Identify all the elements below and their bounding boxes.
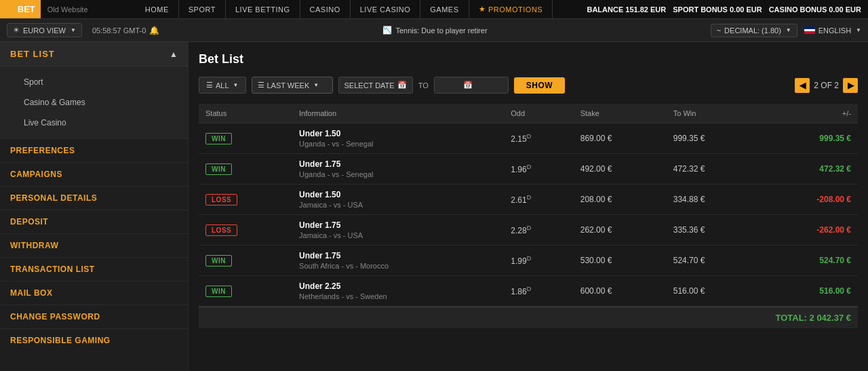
logo-text: 10: [5, 3, 18, 16]
bet-match: Jamaica - vs - USA: [299, 231, 497, 239]
sidebar-item-personal-details[interactable]: PERSONAL DETAILS: [0, 186, 188, 210]
old-website-link[interactable]: Old Website: [47, 5, 88, 14]
page-info: 2 OF 2: [814, 81, 839, 90]
bet-match: Uganda - vs - Senegal: [299, 170, 497, 178]
start-date-input[interactable]: SELECT DATE 📅: [338, 77, 413, 94]
plus-minus-value: 524.70 €: [819, 256, 851, 265]
status-cell: LOSS: [199, 215, 292, 246]
sidebar-item-casino-games[interactable]: Casino & Games: [10, 92, 178, 113]
nav-casino[interactable]: CASINO: [300, 0, 351, 19]
bet-name: Under 1.75: [299, 251, 497, 260]
top-right-bar: BALANCE 151.82 EUR SPORT BONUS 0.00 EUR …: [587, 5, 868, 14]
second-navigation: ☀ EURO VIEW ▼ 05:58:57 GMT-0 🔔 📉 Tennis:…: [0, 19, 868, 42]
status-badge: WIN: [205, 133, 232, 144]
odd-sup: D: [527, 163, 532, 170]
sidebar-item-live-casino[interactable]: Live Casino: [10, 113, 178, 133]
bet-name: Under 1.75: [299, 220, 497, 230]
nav-live-casino[interactable]: LIVE CASINO: [351, 0, 421, 19]
decimal-selector[interactable]: ~ DECIMAL: (1.80) ▼: [711, 24, 797, 37]
odd-cell: 1.99D: [504, 246, 573, 276]
stake-value: 208.00 €: [580, 195, 612, 204]
filter-bar: ☰ ALL ▼ ☰ LAST WEEK ▼ SELECT DATE 📅 TO 📅…: [199, 77, 858, 94]
main-content: Bet List ☰ ALL ▼ ☰ LAST WEEK ▼ SELECT DA…: [189, 42, 868, 371]
total-row: TOTAL: 2 042.37 €: [199, 307, 858, 328]
bell-icon[interactable]: 🔔: [149, 26, 159, 35]
plus-minus-value: 999.35 €: [819, 134, 851, 143]
all-filter-btn[interactable]: ☰ ALL ▼: [199, 77, 246, 94]
nav-live-betting[interactable]: LIVE BETTING: [226, 0, 300, 19]
nav-home[interactable]: HOME: [136, 0, 179, 19]
plus-minus-cell: -262.00 €: [760, 215, 858, 246]
sidebar: BET LIST ▲ Sport Casino & Games Live Cas…: [0, 42, 189, 371]
odd-sup: D: [527, 194, 532, 201]
to-win-value: 999.35 €: [673, 134, 705, 143]
nav-links: HOME SPORT LIVE BETTING CASINO LIVE CASI…: [102, 0, 587, 19]
main-layout: BET LIST ▲ Sport Casino & Games Live Cas…: [0, 42, 868, 371]
odd-value: 2.61D: [511, 195, 531, 205]
col-plus-minus: +/-: [760, 104, 858, 123]
bet-table: Status Information Odd Stake To Win +/- …: [199, 104, 858, 307]
status-cell: WIN: [199, 154, 292, 184]
sidebar-item-responsible-gaming[interactable]: RESPONSIBLE GAMING: [0, 328, 188, 352]
to-win-cell: 334.88 €: [667, 184, 760, 215]
nav-games[interactable]: GAMES: [420, 0, 469, 19]
status-cell: WIN: [199, 246, 292, 276]
sidebar-item-deposit[interactable]: DEPOSIT: [0, 210, 188, 233]
plus-minus-cell: 999.35 €: [760, 123, 858, 154]
chevron-up-icon[interactable]: ▲: [170, 50, 178, 59]
to-win-value: 524.70 €: [673, 256, 705, 265]
odd-sup: D: [527, 286, 532, 292]
flag-icon: [804, 26, 815, 34]
col-odd: Odd: [504, 104, 573, 123]
language-selector[interactable]: ENGLISH ▼: [804, 26, 861, 35]
nav-sport[interactable]: SPORT: [179, 0, 226, 19]
sport-bonus-display: SPORT BONUS 0.00 EUR: [673, 5, 762, 14]
sidebar-item-transaction-list[interactable]: TRANSACTION LIST: [0, 257, 188, 281]
bet-match: Uganda - vs - Senegal: [299, 140, 497, 148]
sidebar-section-bets: Sport Casino & Games Live Casino: [0, 66, 188, 138]
top-navigation: 10BET Old Website HOME SPORT LIVE BETTIN…: [0, 0, 868, 19]
sidebar-item-preferences[interactable]: PREFERENCES: [0, 138, 188, 162]
logo[interactable]: 10BET: [0, 0, 41, 18]
bet-match: Netherlands - vs - Sweden: [299, 292, 497, 300]
info-cell: Under 2.25 Netherlands - vs - Sweden: [292, 276, 504, 307]
status-cell: LOSS: [199, 184, 292, 215]
sidebar-item-campaigns[interactable]: CAMPAIGNS: [0, 162, 188, 186]
plus-minus-value: 516.00 €: [819, 286, 851, 296]
nav-promotions[interactable]: ★PROMOTIONS: [469, 0, 553, 19]
time-period-selector[interactable]: ☰ LAST WEEK ▼: [252, 77, 333, 94]
clock-display: 05:58:57 GMT-0: [92, 26, 146, 35]
next-page-button[interactable]: ▶: [843, 78, 858, 93]
casino-bonus-display: CASINO BONUS 0.00 EUR: [769, 5, 861, 14]
chevron-down-icon: ▼: [313, 82, 319, 88]
sidebar-item-sport[interactable]: Sport: [10, 72, 178, 92]
euro-view-selector[interactable]: ☀ EURO VIEW ▼: [7, 23, 82, 37]
sidebar-header: BET LIST ▲: [0, 42, 188, 66]
sidebar-item-change-password[interactable]: CHANGE PASSWORD: [0, 305, 188, 328]
sidebar-item-withdraw[interactable]: WITHDRAW: [0, 233, 188, 257]
decimal-icon: ~: [717, 26, 721, 35]
stake-value: 869.00 €: [580, 134, 612, 143]
prev-page-button[interactable]: ◀: [795, 78, 810, 93]
stake-value: 600.00 €: [580, 286, 612, 296]
bet-name: Under 1.75: [299, 159, 497, 169]
stake-value: 492.00 €: [580, 164, 612, 174]
status-badge: WIN: [205, 286, 232, 297]
status-badge: LOSS: [205, 194, 237, 206]
bet-name: Under 2.25: [299, 281, 497, 291]
sidebar-title: BET LIST: [10, 49, 55, 59]
end-date-input[interactable]: 📅: [434, 77, 509, 94]
show-button[interactable]: SHOW: [514, 77, 565, 94]
star-icon: ★: [479, 5, 486, 14]
info-cell: Under 1.50 Jamaica - vs - USA: [292, 184, 504, 215]
status-badge: WIN: [205, 255, 232, 267]
chevron-down-icon: ▼: [71, 27, 76, 33]
col-status: Status: [199, 104, 292, 123]
col-to-win: To Win: [667, 104, 760, 123]
sidebar-item-mail-box[interactable]: MAIL BOX: [0, 281, 188, 305]
to-win-cell: 472.32 €: [667, 154, 760, 184]
table-row: LOSS Under 1.50 Jamaica - vs - USA 2.61D…: [199, 184, 858, 215]
globe-icon: ☀: [13, 26, 20, 35]
plus-minus-value: -208.00 €: [816, 195, 851, 204]
odd-cell: 1.96D: [504, 154, 573, 184]
